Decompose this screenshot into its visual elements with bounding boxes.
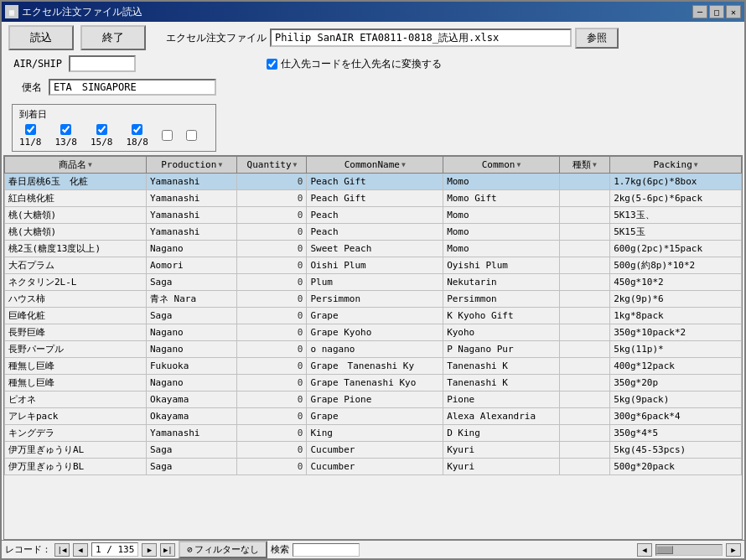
horizontal-scrollbar[interactable] — [655, 544, 723, 556]
filter-button[interactable]: ⊘ フィルターなし — [179, 541, 267, 558]
sort-icon-common: ▼ — [516, 161, 521, 169]
convert-checkbox-row: 仕入先コードを仕入先名に変換する — [267, 57, 442, 71]
cell-5 — [559, 224, 609, 241]
cell-1: Nagano — [146, 341, 237, 358]
cell-5 — [559, 391, 609, 408]
table-row[interactable]: 巨峰化粧Saga0GrapeK Kyoho Gift1kg*8pack — [5, 308, 742, 324]
minimize-button[interactable]: ─ — [692, 5, 707, 18]
table-row[interactable]: 種無し巨峰Fukuoka0Grape Tanenashi KyTanenashi… — [5, 358, 742, 375]
table-row[interactable]: 桃(大糖領)Yamanashi0PeachMomo5K13玉、 — [5, 207, 742, 224]
file-input[interactable] — [270, 29, 572, 47]
col-header-quantity[interactable]: Quantity ▼ — [237, 157, 307, 174]
sort-icon-packing: ▼ — [694, 161, 698, 169]
arrival-section: 到着日 11/8 13/8 15/8 — [12, 104, 216, 152]
table-scroll[interactable]: 商品名 ▼ Production ▼ Quant — [4, 156, 742, 539]
table-row[interactable]: アレキpackOkayama0GrapeAlexa Alexandria300g… — [5, 408, 742, 425]
arrival-checkbox-5[interactable] — [162, 130, 173, 141]
current-record[interactable]: 1 / 135 — [91, 542, 138, 557]
window-icon: ▦ — [5, 5, 18, 18]
cell-5 — [559, 324, 609, 341]
arrival-checkbox-4[interactable] — [132, 124, 142, 135]
cell-1: Okayama — [146, 408, 237, 425]
restore-button[interactable]: □ — [709, 5, 724, 18]
file-label: エクセル注文ファイル — [166, 31, 267, 45]
cell-5 — [559, 308, 609, 324]
last-record-button[interactable]: ▶| — [160, 543, 175, 557]
cell-4: Kyuri — [443, 459, 560, 475]
table-row[interactable]: 長野パープルNagano0o naganoP Nagano Pur5kg(11p… — [5, 341, 742, 358]
table-row[interactable]: 桃(大糖領)Yamanashi0PeachMomo5K15玉 — [5, 224, 742, 241]
table-row[interactable]: ネクタリン2L-LSaga0PlumNekutarin450g*10*2 — [5, 274, 742, 291]
table-row[interactable]: 桃2玉(糖度13度以上)Nagano0Sweet PeachMomo600g(2… — [5, 241, 742, 257]
table-row[interactable]: 紅白桃化粧Yamanashi0Peach GiftMomo Gift2kg(5-… — [5, 190, 742, 207]
window-title: エクセル注文ファイル読込 — [22, 5, 142, 19]
cell-1: Saga — [146, 442, 237, 459]
cell-3: Peach Gift — [307, 190, 443, 207]
cell-4: Momo — [443, 241, 560, 257]
arrival-checkbox-3[interactable] — [96, 124, 107, 135]
col-header-common-name[interactable]: CommonName ▼ — [307, 157, 443, 174]
cell-3: Peach Gift — [307, 174, 443, 190]
bin-label: 便名 — [12, 80, 42, 95]
cell-3: o nagano — [307, 341, 443, 358]
table-row[interactable]: 伊万里ぎゅうりBLSaga0CucumberKyuri500g*20pack — [5, 459, 742, 475]
table-row[interactable]: 伊万里ぎゅうりALSaga0CucumberKyuri5kg(45-53pcs) — [5, 442, 742, 459]
cell-0: ハウス柿 — [5, 291, 147, 308]
cell-1: Saga — [146, 274, 237, 291]
sort-icon-product: ▼ — [88, 161, 92, 169]
table-row[interactable]: 種無し巨峰Nagano0Grape Tanenashi KyoTanenashi… — [5, 375, 742, 391]
cell-4: D King — [443, 425, 560, 442]
cell-2: 0 — [237, 425, 307, 442]
arrival-date-3: 15/8 — [91, 124, 113, 148]
first-record-button[interactable]: |◀ — [54, 543, 70, 557]
scroll-right-button[interactable]: ▶ — [726, 543, 741, 557]
table-row[interactable]: ハウス柿青ネ Nara0PersimmonPersimmon2kg(9p)*6 — [5, 291, 742, 308]
cell-2: 0 — [237, 308, 307, 324]
cell-2: 0 — [237, 291, 307, 308]
cell-2: 0 — [237, 174, 307, 190]
col-header-common[interactable]: Common ▼ — [443, 157, 560, 174]
convert-checkbox[interactable] — [267, 59, 277, 70]
cell-3: King — [307, 425, 443, 442]
cell-6: 400g*12pack — [610, 358, 742, 375]
cell-3: Grape — [307, 408, 443, 425]
cell-6: 2kg(5-6pc)*6pack — [610, 190, 742, 207]
bin-input[interactable] — [49, 79, 216, 96]
air-ship-input[interactable] — [69, 55, 136, 72]
cell-2: 0 — [237, 408, 307, 425]
cell-3: Cucumber — [307, 459, 443, 475]
arrival-date-label-1: 11/8 — [19, 137, 42, 148]
cell-4: Oyishi Plum — [443, 257, 560, 274]
table-row[interactable]: ピオネOkayama0Grape PionePione5kg(9pack) — [5, 391, 742, 408]
next-record-button[interactable]: ▶ — [142, 543, 157, 557]
arrival-checkbox-6[interactable] — [186, 130, 197, 141]
prev-record-button[interactable]: ◀ — [73, 543, 88, 557]
reference-button[interactable]: 参照 — [575, 28, 619, 49]
cell-5 — [559, 274, 609, 291]
col-header-type[interactable]: 種類 ▼ — [559, 157, 609, 174]
cell-2: 0 — [237, 274, 307, 291]
col-header-product[interactable]: 商品名 ▼ — [5, 157, 147, 174]
table-row[interactable]: キングデラYamanashi0KingD King350g*4*5 — [5, 425, 742, 442]
scroll-left-button[interactable]: ◀ — [637, 543, 652, 557]
table-row[interactable]: 長野巨峰Nagano0Grape KyohoKyoho350g*10pack*2 — [5, 324, 742, 341]
col-header-packing[interactable]: Packing ▼ — [610, 157, 742, 174]
cell-3: Sweet Peach — [307, 241, 443, 257]
search-input[interactable] — [293, 543, 360, 557]
cell-0: キングデラ — [5, 425, 147, 442]
window-controls: ─ □ ✕ — [692, 5, 741, 18]
table-row[interactable]: 春日居桃6玉 化粧Yamanashi0Peach GiftMomo1.7kg(6… — [5, 174, 742, 190]
table-row[interactable]: 大石プラムAomori0Oishi PlumOyishi Plum500g(約8… — [5, 257, 742, 274]
cell-0: ピオネ — [5, 391, 147, 408]
col-header-production[interactable]: Production ▼ — [146, 157, 237, 174]
arrival-checkbox-1[interactable] — [25, 124, 36, 135]
cell-0: 桃(大糖領) — [5, 207, 147, 224]
close-button[interactable]: ✕ — [726, 5, 741, 18]
read-button[interactable]: 読込 — [8, 25, 74, 50]
cell-3: Persimmon — [307, 291, 443, 308]
cell-0: 春日居桃6玉 化粧 — [5, 174, 147, 190]
cell-4: Kyuri — [443, 442, 560, 459]
cell-6: 500g*20pack — [610, 459, 742, 475]
end-button[interactable]: 終了 — [80, 25, 146, 50]
arrival-checkbox-2[interactable] — [60, 124, 71, 135]
